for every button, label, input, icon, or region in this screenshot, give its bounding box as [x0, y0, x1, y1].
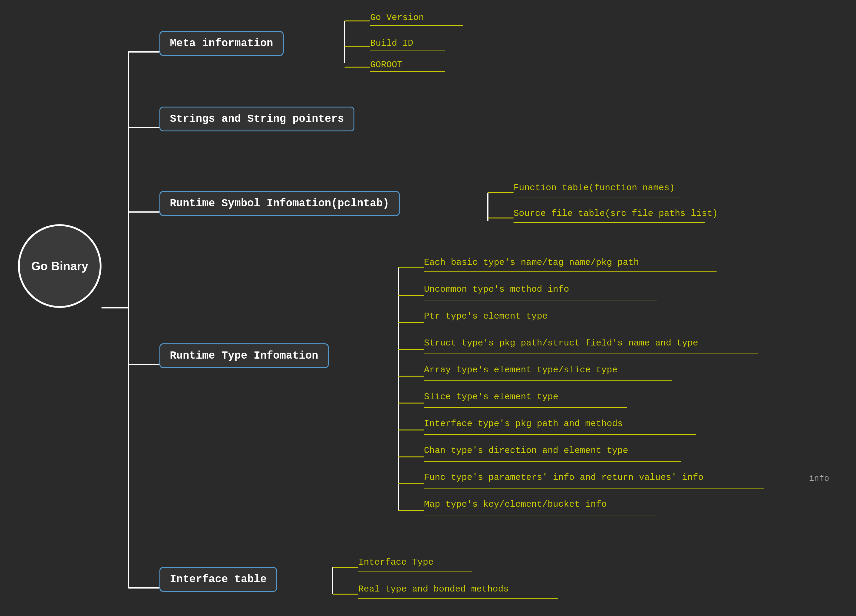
center-label: Go Binary	[31, 259, 88, 273]
node-itable: Interface table	[159, 567, 277, 592]
leaf-function-table: Function table(function names)	[514, 183, 675, 193]
leaf-go-version: Go Version	[370, 12, 424, 23]
node-meta: Meta information	[159, 31, 284, 56]
leaf-source-file-table: Source file table(src file paths list)	[514, 208, 718, 219]
leaf-ptr-type: Ptr type's element type	[424, 311, 548, 321]
leaf-interface-type-leaf: Interface Type	[358, 557, 434, 567]
node-strings: Strings and String pointers	[159, 106, 354, 131]
lines-svg	[0, 0, 856, 616]
leaf-uncommon-type: Uncommon type's method info	[424, 284, 569, 294]
node-rtti-label: Runtime Type Infomation	[170, 350, 318, 362]
node-meta-label: Meta information	[170, 37, 273, 49]
node-rtti: Runtime Type Infomation	[159, 343, 329, 368]
center-circle: Go Binary	[18, 224, 102, 308]
leaf-basic-type: Each basic type's name/tag name/pkg path	[424, 257, 639, 268]
leaf-map-type: Map type's key/element/bucket info	[424, 499, 607, 510]
leaf-func-type: Func type's parameters' info and return …	[424, 472, 704, 482]
leaf-array-type: Array type's element type/slice type	[424, 365, 617, 375]
diagram-container: Go Binary Meta information Go Version Bu…	[0, 0, 856, 616]
info-label: info	[809, 474, 829, 483]
node-strings-label: Strings and String pointers	[170, 113, 344, 125]
leaf-goroot: GOROOT	[370, 60, 402, 70]
leaf-chan-type: Chan type's direction and element type	[424, 445, 628, 456]
leaf-real-type: Real type and bonded methods	[358, 584, 509, 594]
leaf-interface-type: Interface type's pkg path and methods	[424, 419, 623, 429]
leaf-slice-type: Slice type's element type	[424, 392, 558, 402]
leaf-struct-type: Struct type's pkg path/struct field's na…	[424, 338, 698, 348]
node-itable-label: Interface table	[170, 573, 266, 585]
node-pclntab-label: Runtime Symbol Infomation(pclntab)	[170, 197, 390, 209]
leaf-build-id: Build ID	[370, 38, 413, 48]
node-pclntab: Runtime Symbol Infomation(pclntab)	[159, 191, 400, 216]
